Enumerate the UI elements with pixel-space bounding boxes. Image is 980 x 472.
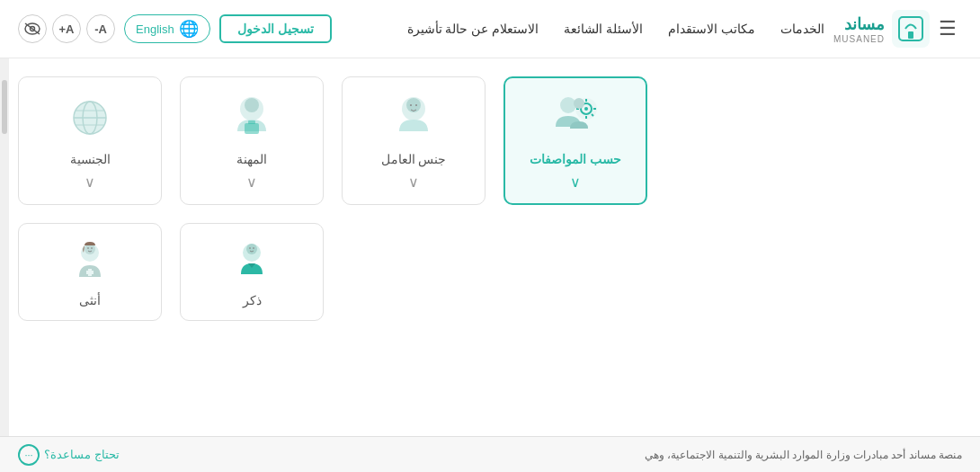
gender-chevron: ∨ xyxy=(408,174,419,191)
svg-point-38 xyxy=(91,247,93,249)
svg-rect-2 xyxy=(908,31,913,39)
globe-icon: 🌐 xyxy=(179,19,199,39)
nationality-chevron: ∨ xyxy=(85,174,95,191)
gender-filter-label: جنس العامل xyxy=(381,152,447,166)
main-content: حسب المواصفات ∨ جنس العامل xyxy=(0,58,980,436)
nationality-icon xyxy=(63,91,117,145)
gender-filter-icon xyxy=(387,91,441,145)
logo-area: مساند MUSANED xyxy=(833,10,930,48)
accessibility-controls: A- A+ xyxy=(18,14,115,43)
font-decrease-button[interactable]: A- xyxy=(86,14,115,43)
nav-link-services[interactable]: الخدمات xyxy=(780,22,824,36)
male-card-label: ذكر xyxy=(243,293,262,307)
main-nav: الخدمات مكاتب الاستقدام الأسئلة الشائعة … xyxy=(407,21,824,37)
nav-item-services[interactable]: الخدمات xyxy=(780,21,824,37)
logo-latin: MUSANED xyxy=(833,34,885,44)
svg-point-22 xyxy=(245,98,259,112)
svg-point-6 xyxy=(560,97,576,113)
female-card-label: أنثى xyxy=(79,293,101,307)
gender-selection-row: ذكر xyxy=(18,223,944,321)
profession-icon xyxy=(225,91,279,145)
profession-label: المهنة xyxy=(236,152,267,166)
eye-accessibility-button[interactable] xyxy=(18,14,47,43)
logo-arabic: مساند xyxy=(833,14,885,34)
filter-container: حسب المواصفات ∨ جنس العامل xyxy=(0,58,980,436)
nav-link-faq[interactable]: الأسئلة الشائعة xyxy=(564,22,643,36)
bottom-bar: منصة مساند أحد مبادرات وزارة الموارد الب… xyxy=(0,436,980,472)
filter-cards-row: حسب المواصفات ∨ جنس العامل xyxy=(18,76,944,205)
svg-point-32 xyxy=(246,244,257,254)
gender-card-female[interactable]: أنثى xyxy=(18,223,162,321)
help-label: تحتاج مساعدة؟ xyxy=(44,448,120,461)
specs-chevron: ∨ xyxy=(570,174,581,191)
font-increase-button[interactable]: A+ xyxy=(52,14,81,43)
header: ☰ مساند MUSANED الخدمات xyxy=(0,0,980,58)
gender-card-male[interactable]: ذكر xyxy=(180,223,324,321)
header-right: ☰ مساند MUSANED الخدمات xyxy=(407,10,962,48)
footer-text: منصة مساند أحد مبادرات وزارة الموارد الب… xyxy=(645,449,962,461)
svg-point-34 xyxy=(253,247,254,249)
help-link[interactable]: تحتاج مساعدة؟ ··· xyxy=(18,444,120,466)
svg-rect-0 xyxy=(892,10,930,48)
scrollbar-thumb xyxy=(2,80,7,134)
filter-card-profession[interactable]: المهنة ∨ xyxy=(180,76,324,205)
svg-point-33 xyxy=(249,247,251,249)
nav-link-recruitment[interactable]: مكاتب الاستقدام xyxy=(668,22,755,36)
scrollbar[interactable] xyxy=(0,58,9,436)
svg-point-16 xyxy=(574,98,584,109)
svg-rect-24 xyxy=(248,120,255,124)
language-label: English xyxy=(136,22,174,36)
specs-card-label: حسب المواصفات xyxy=(530,152,621,166)
svg-point-19 xyxy=(410,104,412,106)
nav-item-faq[interactable]: الأسئلة الشائعة xyxy=(564,21,643,37)
svg-point-20 xyxy=(415,104,417,106)
help-icon: ··· xyxy=(18,444,40,466)
nav-link-visa[interactable]: الاستعلام عن حالة تأشيرة xyxy=(407,22,539,36)
logo-text-group: مساند MUSANED xyxy=(833,14,885,44)
nav-item-recruitment[interactable]: مكاتب الاستقدام xyxy=(668,21,755,37)
logo-icon xyxy=(892,10,930,48)
female-icon xyxy=(66,236,115,286)
nationality-label: الجنسية xyxy=(70,152,111,166)
filter-card-nationality[interactable]: الجنسية ∨ xyxy=(18,76,162,205)
header-left: تسجيل الدخول 🌐 English A- A+ xyxy=(18,14,332,43)
svg-point-37 xyxy=(87,247,89,249)
eye-icon xyxy=(24,22,40,35)
profession-chevron: ∨ xyxy=(246,174,257,191)
nav-item-visa[interactable]: الاستعلام عن حالة تأشيرة xyxy=(407,21,539,37)
svg-point-9 xyxy=(584,107,588,111)
hamburger-button[interactable]: ☰ xyxy=(939,17,957,40)
filter-card-specs[interactable]: حسب المواصفات ∨ xyxy=(503,76,647,205)
filter-card-gender[interactable]: جنس العامل ∨ xyxy=(342,76,486,205)
svg-point-18 xyxy=(406,98,421,112)
language-button[interactable]: 🌐 English xyxy=(124,14,210,43)
male-icon xyxy=(227,236,277,286)
svg-rect-40 xyxy=(86,271,94,274)
svg-line-15 xyxy=(592,114,593,116)
login-button[interactable]: تسجيل الدخول xyxy=(219,14,332,43)
svg-rect-23 xyxy=(245,123,259,134)
specs-icon xyxy=(548,91,602,145)
